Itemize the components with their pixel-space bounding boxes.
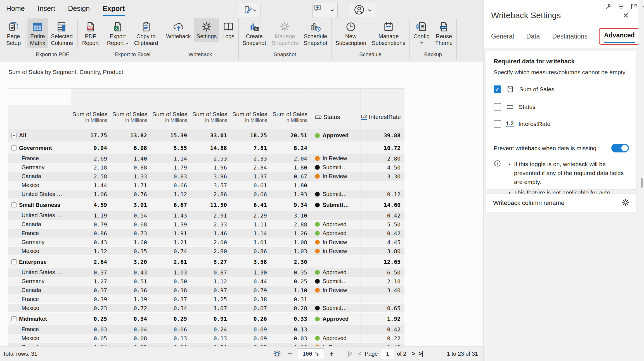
row-header[interactable]: Enterprise [8, 256, 71, 268]
value-cell[interactable]: 1.08 [271, 238, 311, 247]
value-cell[interactable]: 2.53 [191, 154, 231, 163]
value-cell[interactable]: 3.57 [191, 181, 231, 190]
schedule-snapshot-button[interactable]: ScheduleSnapshot [301, 18, 330, 48]
value-cell[interactable]: 1.12 [151, 190, 191, 199]
value-cell[interactable]: 7.81 [231, 142, 271, 154]
value-cell[interactable]: 0.03 [271, 334, 311, 343]
measure-header[interactable]: Sum of Salesin Millions [231, 105, 271, 129]
value-cell[interactable]: 0.91 [191, 313, 231, 325]
column-header-montana[interactable] [151, 89, 191, 105]
value-cell[interactable]: 1.91 [151, 229, 191, 238]
value-cell[interactable]: 2.64 [71, 256, 111, 268]
value-cell[interactable]: 1.80 [271, 181, 311, 190]
interestrate-cell[interactable]: 4.50 [361, 163, 404, 172]
status-column-header[interactable]: Status [311, 105, 361, 129]
panel-tab-general[interactable]: General [491, 33, 514, 40]
status-cell[interactable]: Submitt… [311, 163, 361, 172]
settings-button[interactable]: Settings [194, 18, 219, 42]
value-cell[interactable]: 5.27 [191, 256, 231, 268]
ribbon-tab-home[interactable]: Home [6, 4, 25, 16]
value-cell[interactable]: 2.29 [231, 211, 271, 220]
writeback-button[interactable]: Writeback [164, 18, 193, 42]
status-cell[interactable] [311, 181, 361, 190]
manage-snapshots-button[interactable]: ManageSnapshots [269, 18, 301, 48]
row-header[interactable]: Germany [8, 238, 71, 247]
value-cell[interactable]: 3.20 [111, 256, 151, 268]
value-cell[interactable]: 1.71 [111, 181, 151, 190]
interestrate-cell[interactable]: 3.40 [361, 286, 404, 295]
value-cell[interactable]: 1.21 [151, 238, 191, 247]
value-cell[interactable]: 17.75 [71, 129, 111, 142]
next-page-button[interactable]: > [412, 346, 415, 361]
value-cell[interactable]: 11.50 [191, 199, 231, 211]
ribbon-tab-design[interactable]: Design [68, 4, 90, 16]
measure-header[interactable]: Sum of Salesin Millions [151, 105, 191, 129]
page-setup-button[interactable]: PageSetup [4, 18, 23, 48]
value-cell[interactable]: 20.51 [271, 129, 311, 142]
panel-tab-data[interactable]: Data [526, 33, 540, 40]
value-cell[interactable]: 1.11 [231, 220, 271, 229]
status-cell[interactable]: Approved [311, 220, 361, 229]
value-cell[interactable]: 1.27 [71, 277, 111, 286]
value-cell[interactable]: 4.59 [71, 199, 111, 211]
row-header[interactable]: United States … [8, 268, 71, 277]
checkbox-unchecked[interactable] [494, 120, 501, 128]
value-cell[interactable]: 0.37 [151, 295, 191, 303]
value-cell[interactable]: 0.79 [231, 286, 271, 295]
page-number-input[interactable]: 1 [381, 348, 394, 359]
value-cell[interactable]: 0.31 [271, 295, 311, 303]
value-cell[interactable]: 1.44 [71, 181, 111, 190]
value-cell[interactable]: 3.10 [271, 211, 311, 220]
ribbon-tab-insert[interactable]: Insert [38, 4, 55, 16]
row-header[interactable]: Mexico [8, 247, 71, 255]
row-header[interactable]: Midmarket [8, 313, 71, 325]
value-cell[interactable]: 1.14 [231, 229, 271, 238]
row-header[interactable]: Mexico [8, 304, 71, 312]
column-header-paseo[interactable] [191, 89, 231, 105]
column-header-vtt[interactable] [271, 89, 311, 105]
row-header[interactable]: Mexico [8, 181, 71, 190]
column-header-amarilla[interactable] [71, 89, 111, 105]
status-cell[interactable] [311, 256, 361, 268]
value-cell[interactable]: 0.35 [111, 247, 151, 255]
value-cell[interactable]: 0.97 [191, 286, 231, 295]
account-button[interactable] [349, 3, 376, 18]
value-cell[interactable]: 15.39 [151, 129, 191, 142]
value-cell[interactable]: 3.96 [191, 172, 231, 181]
value-cell[interactable]: 0.25 [271, 277, 311, 286]
status-cell[interactable]: Approved [311, 229, 361, 238]
value-cell[interactable]: 0.39 [71, 295, 111, 303]
scrollbar-thumb[interactable] [641, 178, 643, 188]
row-header[interactable]: Mexico [8, 334, 71, 343]
edit-visual-button[interactable] [239, 3, 261, 18]
value-cell[interactable]: 0.04 [111, 325, 151, 334]
prev-page-button[interactable]: < [358, 346, 361, 361]
value-cell[interactable]: 6.67 [151, 199, 191, 211]
value-cell[interactable]: 1.33 [111, 172, 151, 181]
value-cell[interactable]: 0.13 [271, 325, 311, 334]
interestrate-cell[interactable]: 2.80 [361, 154, 404, 163]
status-cell[interactable]: In Review [311, 172, 361, 181]
value-cell[interactable]: 2.69 [71, 154, 111, 163]
chevron-down-icon[interactable] [327, 9, 337, 12]
value-cell[interactable]: 8.24 [271, 142, 311, 154]
value-cell[interactable]: 0.35 [271, 268, 311, 277]
value-cell[interactable]: 0.86 [71, 229, 111, 238]
value-cell[interactable]: 0.13 [191, 334, 231, 343]
status-cell[interactable]: Submitt… [311, 304, 361, 312]
status-cell[interactable]: Submitt… [311, 199, 361, 211]
value-cell[interactable]: 9.94 [71, 142, 111, 154]
row-header[interactable]: Germany [8, 277, 71, 286]
value-cell[interactable]: 0.73 [111, 229, 151, 238]
new-subscription-button[interactable]: NewSubscription [333, 18, 369, 48]
value-cell[interactable]: 0.61 [231, 181, 271, 190]
reuse-theme-button[interactable]: JSONReuseTheme [433, 18, 455, 48]
value-cell[interactable]: 0.68 [111, 220, 151, 229]
row-header[interactable]: France [8, 295, 71, 303]
value-cell[interactable]: 0.33 [271, 313, 311, 325]
value-cell[interactable]: 0.06 [151, 325, 191, 334]
value-cell[interactable]: 2.88 [271, 220, 311, 229]
column-header-carretera[interactable] [111, 89, 151, 105]
value-cell[interactable]: 1.19 [71, 211, 111, 220]
value-cell[interactable]: 1.32 [71, 247, 111, 255]
